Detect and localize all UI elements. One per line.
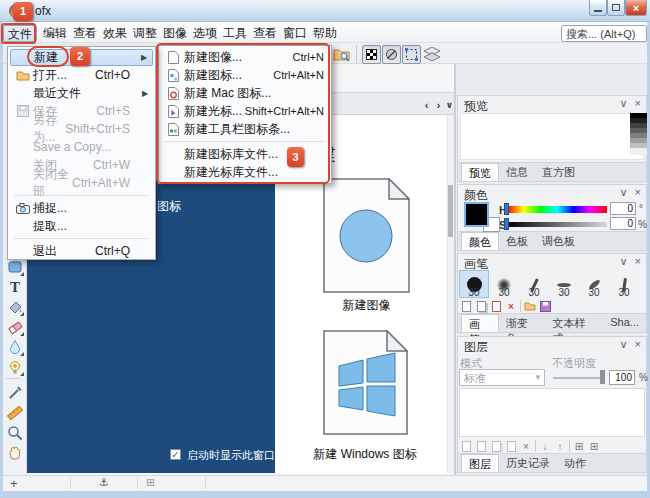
menu-adjust[interactable]: 调整 [129,25,161,42]
layer-grid-icon[interactable]: ⊞ [573,440,585,452]
opacity-slider-thumb[interactable] [600,370,605,384]
maximize-button[interactable] [607,0,625,16]
brush-collapse-icon[interactable]: ∨ [620,255,628,268]
shape-tool[interactable] [6,258,24,276]
hue-slider-thumb[interactable] [504,203,509,215]
tab-actions[interactable]: 动作 [557,454,593,472]
new-image-tile[interactable] [323,178,410,296]
new-layer-icon[interactable] [460,440,472,452]
submenu-item-new-mac-icon[interactable]: 新建 Mac 图标... [159,84,331,102]
preview-collapse-icon[interactable]: ∨ [620,97,628,110]
ruler-tool[interactable] [6,404,24,422]
tab-gradient[interactable]: 渐变色 [499,314,546,332]
blur-drop-tool[interactable] [6,338,24,356]
saturation-value-box[interactable]: 0 [610,217,636,230]
color-close-icon[interactable]: × [635,186,641,199]
submenu-item-new-cursor-library[interactable]: 新建光标库文件... [159,163,331,181]
eyedropper-tool[interactable] [6,384,24,402]
saturation-slider-thumb[interactable] [504,218,509,230]
delete-layer-icon[interactable]: × [520,440,532,452]
tab-color[interactable]: 颜色 [461,232,499,250]
zoom-tool[interactable] [6,424,24,442]
preview-gradient-strip [630,113,647,155]
layers-stack-icon[interactable] [424,47,440,64]
menu-image[interactable]: 图像 [159,25,191,42]
merge-layer-icon[interactable] [505,440,517,452]
tab-swatches[interactable]: 色板 [499,232,535,250]
minimize-button[interactable] [589,0,607,16]
menu-view[interactable]: 查看 [69,25,101,42]
layers-close-icon[interactable]: × [635,338,641,351]
menu-item-open[interactable]: 打开... Ctrl+O [8,66,155,84]
saturation-slider[interactable] [507,222,607,227]
foreground-color-swatch[interactable] [464,202,489,227]
hue-value-box[interactable]: 0 [610,202,636,215]
show-at-startup-checkbox[interactable]: ✓ [170,449,181,460]
tab-history[interactable]: 历史记录 [499,454,557,472]
menu-view-2[interactable]: 查看 [249,25,281,42]
submenu-item-new-cursor[interactable]: 新建光标... Shift+Ctrl+Alt+N [159,102,331,120]
menu-item-label: 新建图标... [184,67,242,84]
transparency-grid-toggle[interactable] [362,45,381,64]
save-brush-icon[interactable] [539,300,551,312]
tab-histogram[interactable]: 直方图 [535,163,582,181]
eraser-tool[interactable] [6,318,24,336]
open-browse-icon[interactable] [333,46,350,65]
menu-edit[interactable]: 编辑 [39,25,71,42]
import-brush-icon[interactable] [490,300,502,312]
blend-mode-select[interactable]: 标准▼ [459,369,545,386]
menu-help[interactable]: 帮助 [309,25,341,42]
tab-prev-icon[interactable]: ‹ [421,99,432,112]
open-brush-folder-icon[interactable] [524,300,536,312]
delete-brush-icon[interactable]: × [505,300,517,312]
brush-close-icon[interactable]: × [635,255,641,268]
tab-palette[interactable]: 调色板 [535,232,582,250]
menu-file[interactable]: 文件 [3,25,37,42]
lighten-bulb-tool[interactable] [6,358,24,376]
fill-bucket-tool[interactable] [6,298,24,316]
submenu-item-new-icon[interactable]: 新建图标... Ctrl+Alt+N [159,66,331,84]
text-tool[interactable]: T [6,278,24,296]
new-windows-icon-tile[interactable] [323,330,408,438]
new-layer-from-icon[interactable] [475,440,487,452]
opacity-slider-track[interactable] [553,377,603,379]
opacity-value-box[interactable]: 100 [609,370,635,385]
menu-effects[interactable]: 效果 [99,25,131,42]
tab-brush[interactable]: 画笔 [461,314,499,332]
submenu-item-new-icon-library[interactable]: 新建图标库文件... [159,145,331,163]
menu-window[interactable]: 窗口 [279,25,311,42]
search-input[interactable] [561,25,647,42]
menu-tools[interactable]: 工具 [219,25,251,42]
tab-info[interactable]: 信息 [499,163,535,181]
new-brush-icon[interactable] [460,300,472,312]
menu-options[interactable]: 选项 [189,25,221,42]
submenu-item-new-image[interactable]: 新建图像... Ctrl+N [159,48,331,66]
move-layer-up-icon[interactable]: ↑ [554,440,566,452]
hue-slider[interactable] [507,206,607,213]
close-button[interactable]: × [625,0,647,16]
duplicate-brush-icon[interactable] [475,300,487,312]
duplicate-layer-icon[interactable] [490,440,502,452]
no-transparency-toggle[interactable] [382,45,401,64]
tab-layers[interactable]: 图层 [461,454,499,472]
add-status-icon[interactable]: + [10,476,18,491]
selection-outline-toggle[interactable] [402,45,421,64]
menu-item-exit[interactable]: 退出 Ctrl+Q [8,242,155,260]
layer-grid-2-icon[interactable]: ⊞ [588,440,600,452]
layers-collapse-icon[interactable]: ∨ [620,338,628,351]
move-layer-down-icon[interactable]: ↓ [539,440,551,452]
tab-preview[interactable]: 预览 [461,163,499,181]
welcome-scrollbar-thumb[interactable] [448,185,453,237]
menu-item-capture[interactable]: 捕捉... [8,199,155,217]
color-collapse-icon[interactable]: ∨ [620,186,628,199]
menu-item-recent-files[interactable]: 最近文件 ▶ [8,84,155,102]
submenu-item-new-toolbar-strip[interactable]: 新建工具栏图标条... [159,120,331,138]
welcome-scrollbar[interactable] [447,115,454,473]
menu-item-extract[interactable]: 提取... [8,217,155,235]
tab-next-icon[interactable]: › [433,99,444,112]
preview-close-icon[interactable]: × [635,97,641,110]
layers-list[interactable] [459,388,645,437]
hand-tool[interactable] [6,444,24,462]
tab-text-style[interactable]: 文本样式 [546,314,604,332]
tab-shapes[interactable]: Sha... [603,314,646,332]
